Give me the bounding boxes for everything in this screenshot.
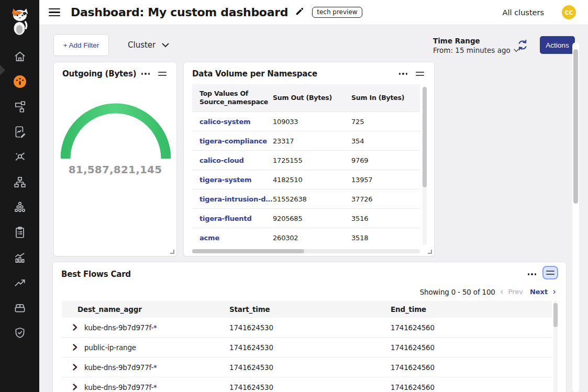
table-horizontal-scrollbar[interactable]	[192, 249, 420, 253]
sum-out-value: 9205685	[265, 215, 344, 222]
end-time: 1741624560	[375, 343, 552, 352]
sidebar-item-trends[interactable]	[0, 270, 39, 295]
sum-out-value: 260302	[265, 234, 344, 242]
page-title: Dashboard: My custom dashboard	[71, 6, 288, 19]
user-avatar[interactable]: CC	[562, 5, 576, 19]
flow-nodes-icon	[13, 150, 27, 164]
namespace-table: Top Values Of Source_namespace Sum Out (…	[192, 84, 420, 247]
statistics-chart-icon	[13, 251, 27, 264]
column-header: Top Values Of Source_namespace	[192, 89, 265, 106]
table-vertical-scrollbar[interactable]	[553, 301, 558, 392]
expand-chevron-icon[interactable]	[73, 324, 77, 331]
table-vertical-scrollbar[interactable]	[423, 87, 427, 245]
card-menu-button[interactable]	[526, 271, 538, 277]
card-drag-handle-focused[interactable]	[542, 266, 558, 279]
card-resize-handle[interactable]	[428, 250, 432, 254]
shield-check-icon	[13, 326, 27, 340]
namespace-link[interactable]: acme	[192, 234, 265, 242]
table-header-row: Top Values Of Source_namespace Sum Out (…	[192, 84, 420, 111]
column-header: Sum Out (Bytes)	[265, 94, 344, 102]
dashboard-content: + Add Filter Cluster Time Range From: 15…	[39, 25, 588, 392]
actions-button[interactable]: Actions	[540, 36, 575, 54]
dest-name: public-ip-range	[84, 343, 136, 352]
expand-chevron-icon[interactable]	[73, 384, 77, 390]
hamburger-menu-button[interactable]	[49, 7, 61, 18]
table-row: calico-system 109033 725	[192, 111, 420, 131]
sidebar-item-dashboards[interactable]	[0, 69, 39, 94]
expand-chevron-icon[interactable]	[73, 344, 77, 351]
time-range-value: From: 15 minutes ago	[433, 46, 511, 54]
namespace-link[interactable]: calico-system	[192, 118, 265, 126]
sum-in-value: 9769	[344, 156, 420, 164]
card-title: Data Volume per Namespace	[192, 69, 317, 79]
table-row: tigera-intrusion-d… 51552638 37726	[192, 189, 420, 208]
start-time: 1741624530	[214, 383, 375, 391]
edit-pencil-icon[interactable]	[295, 6, 305, 18]
sidebar-item-clusters[interactable]	[0, 195, 39, 220]
table-row: acme 260302 3518	[192, 228, 420, 247]
cluster-filter-dropdown[interactable]: Cluster	[128, 39, 169, 51]
next-chevron-icon[interactable]: ›	[552, 287, 556, 296]
column-header: Start_time	[214, 305, 375, 313]
prev-button[interactable]: Prev	[508, 288, 523, 296]
add-filter-button[interactable]: + Add Filter	[53, 34, 109, 56]
expand-chevron-icon[interactable]	[73, 364, 77, 371]
next-button[interactable]: Next	[530, 288, 548, 296]
card-drag-handle[interactable]	[156, 70, 169, 78]
card-title: Best Flows Card	[61, 270, 131, 279]
flows-table: Dest_name_aggr Start_time End_time kube-…	[62, 301, 552, 392]
column-header: End_time	[375, 305, 552, 313]
gauge-arc	[61, 100, 171, 162]
namespace-link[interactable]: tigera-system	[192, 176, 265, 184]
card-menu-button[interactable]	[139, 71, 152, 76]
namespace-link[interactable]: tigera-fluentd	[192, 215, 265, 222]
sidebar-item-network[interactable]	[0, 170, 39, 195]
calico-cat-logo[interactable]	[9, 6, 31, 36]
sidebar-item-packages[interactable]	[0, 295, 39, 320]
sidebar-item-service-graph[interactable]	[0, 94, 39, 119]
chevron-down-icon	[162, 43, 169, 48]
dest-name: kube-dns-9b7d977f-*	[84, 323, 157, 332]
card-resize-handle[interactable]	[170, 250, 174, 254]
refresh-icon	[516, 38, 529, 52]
pagination-status: Showing 0 - 50 of 100	[420, 288, 495, 296]
prev-chevron-icon[interactable]: ‹	[500, 287, 504, 296]
gauge-value: 81,587,821,145	[54, 163, 176, 176]
namespace-link[interactable]: tigera-intrusion-d…	[192, 195, 265, 203]
service-graph-icon	[13, 100, 27, 114]
cluster-filter-label: Cluster	[128, 40, 156, 50]
refresh-button[interactable]	[516, 38, 529, 52]
namespace-link[interactable]: tigera-compliance	[192, 137, 265, 145]
table-row: kube-dns-9b7d977f-* 1741624530 174162456…	[62, 318, 552, 338]
policies-document-icon	[13, 125, 27, 139]
sum-out-value: 4182510	[265, 176, 344, 184]
card-menu-button[interactable]	[397, 71, 409, 76]
home-icon	[13, 50, 27, 63]
card-drag-handle[interactable]	[414, 70, 426, 78]
compliance-clipboard-icon	[13, 226, 27, 239]
namespace-link[interactable]: calico-cloud	[192, 156, 265, 164]
sidebar-item-security[interactable]	[0, 320, 39, 345]
sidebar-item-statistics[interactable]	[0, 245, 39, 270]
sitemap-icon	[13, 175, 27, 189]
sidebar-item-flow-visualizations[interactable]	[0, 144, 39, 170]
sidebar-item-home[interactable]	[0, 44, 39, 69]
table-row: kube-dns-9b7d977f-* 1741624530 174162456…	[62, 377, 552, 392]
sidebar-item-policies[interactable]	[0, 119, 39, 144]
sum-in-value: 3518	[344, 234, 420, 242]
page-scrollbar[interactable]	[572, 42, 579, 392]
sum-out-value: 51552638	[265, 195, 344, 203]
time-range-control[interactable]: Time Range From: 15 minutes ago	[433, 37, 519, 54]
best-flows-card: Best Flows Card Showing 0 - 50 of 100 ‹ …	[52, 262, 567, 392]
cluster-scope-selector[interactable]: All clusters	[503, 8, 544, 17]
column-header: Sum In (Bytes)	[344, 94, 420, 102]
start-time: 1741624530	[214, 363, 375, 372]
dest-name: kube-dns-9b7d977f-*	[84, 363, 157, 372]
time-range-label: Time Range	[433, 37, 519, 45]
clusters-icon	[13, 200, 27, 214]
sum-in-value: 37726	[344, 195, 420, 203]
sum-in-value: 13957	[344, 176, 420, 184]
table-row: public-ip-range 1741624530 1741624560	[62, 338, 552, 357]
sidebar-item-compliance[interactable]	[0, 220, 39, 245]
end-time: 1741624560	[375, 363, 552, 372]
